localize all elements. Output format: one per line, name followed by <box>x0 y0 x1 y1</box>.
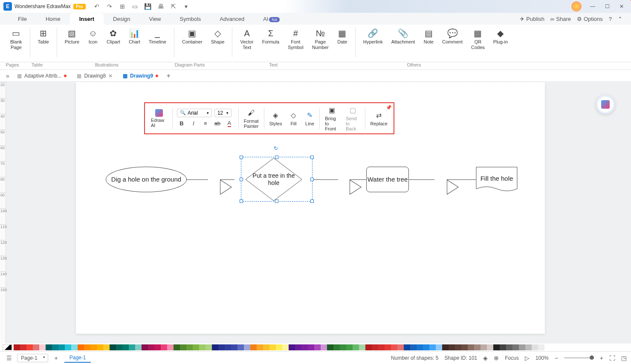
target-icon[interactable]: ⊕ <box>494 355 499 361</box>
ribbon-formula-button[interactable]: ΣFormula <box>259 27 283 51</box>
color-swatch[interactable] <box>436 344 442 350</box>
color-swatch[interactable] <box>525 344 532 350</box>
zoom-in-button[interactable]: + <box>600 355 603 361</box>
expand-panel-icon[interactable]: » <box>3 72 12 79</box>
color-swatch[interactable] <box>237 344 244 350</box>
ribbon-chart-button[interactable]: 📊Chart <box>125 27 144 46</box>
zoom-out-button[interactable]: − <box>555 355 558 361</box>
fit-page-icon[interactable]: ⛶ <box>609 355 615 361</box>
collapse-ribbon-icon[interactable]: ⌃ <box>618 16 622 22</box>
color-swatch[interactable] <box>250 344 257 350</box>
arrow-1[interactable] <box>220 179 232 195</box>
menu-view[interactable]: View <box>140 13 171 25</box>
connector-3[interactable] <box>409 179 434 180</box>
color-swatch[interactable] <box>78 344 84 350</box>
color-swatch[interactable] <box>340 344 346 350</box>
color-swatch[interactable] <box>301 344 308 350</box>
color-swatch[interactable] <box>20 344 26 350</box>
color-swatch[interactable] <box>365 344 372 350</box>
color-swatch[interactable] <box>321 344 327 350</box>
color-swatch[interactable] <box>397 344 404 350</box>
color-picker-button[interactable] <box>3 344 12 350</box>
shape-decision-diamond[interactable]: Put a tree in the hole <box>245 158 302 201</box>
font-color-button[interactable]: A <box>225 119 234 128</box>
page-select[interactable]: Page-1▾ <box>17 354 48 362</box>
arrow-2[interactable] <box>350 179 362 195</box>
ribbon-shape-button[interactable]: ◇Shape <box>208 27 228 46</box>
replace-button[interactable]: ⇄Replace <box>367 110 391 127</box>
color-swatch[interactable] <box>263 344 269 350</box>
color-swatch[interactable] <box>193 344 199 350</box>
color-swatch[interactable] <box>506 344 512 350</box>
color-swatch[interactable] <box>391 344 397 350</box>
menu-advanced[interactable]: Advanced <box>210 13 254 25</box>
strikethrough-button[interactable]: ab <box>213 119 222 128</box>
user-avatar[interactable] <box>570 0 582 12</box>
handle-ne[interactable] <box>310 156 314 159</box>
color-swatch[interactable] <box>429 344 436 350</box>
menu-insert[interactable]: Insert <box>70 13 104 25</box>
color-swatch[interactable] <box>84 344 90 350</box>
send-back-button[interactable]: ▢Send to Back <box>342 105 363 132</box>
share-button[interactable]: ∞Share <box>550 16 571 22</box>
color-swatch[interactable] <box>404 344 410 350</box>
handle-w[interactable] <box>240 178 243 181</box>
bold-button[interactable]: B <box>177 119 186 128</box>
color-swatch[interactable] <box>417 344 423 350</box>
ribbon-clipart-button[interactable]: ✿Clipart <box>103 27 124 46</box>
edraw-ai-button[interactable]: Edraw AI <box>148 108 171 129</box>
open-icon[interactable]: ▭ <box>132 3 139 10</box>
color-swatch[interactable] <box>154 344 161 350</box>
ribbon-pnum-button[interactable]: №PageNumber <box>309 27 332 51</box>
bring-front-button[interactable]: ▣Bring to Front <box>321 105 342 132</box>
color-swatch[interactable] <box>378 344 385 350</box>
ribbon-table-button[interactable]: ⊞Table <box>35 27 52 46</box>
ribbon-qr-button[interactable]: ▦QRCodes <box>468 27 488 51</box>
color-swatch[interactable] <box>186 344 193 350</box>
color-swatch[interactable] <box>97 344 103 350</box>
color-swatch[interactable] <box>327 344 333 350</box>
color-swatch[interactable] <box>353 344 359 350</box>
color-swatch[interactable] <box>225 344 231 350</box>
color-swatch[interactable] <box>110 344 116 350</box>
new-icon[interactable]: ⊞ <box>119 3 126 10</box>
color-swatch[interactable] <box>174 344 180 350</box>
zoom-thumb[interactable] <box>590 355 594 360</box>
add-tab-button[interactable]: + <box>163 72 174 80</box>
ribbon-date-button[interactable]: ▦Date <box>334 27 351 51</box>
connector-2b[interactable] <box>350 179 367 180</box>
color-swatch[interactable] <box>461 344 468 350</box>
color-swatch[interactable] <box>116 344 122 350</box>
color-swatch[interactable] <box>487 344 493 350</box>
rotate-handle[interactable]: ↻ <box>274 145 280 151</box>
pin-icon[interactable]: 📌 <box>386 105 392 110</box>
shape-document[interactable]: Fill the hole <box>476 167 518 191</box>
color-swatch[interactable] <box>314 344 321 350</box>
color-swatch[interactable] <box>65 344 71 350</box>
handle-se[interactable] <box>310 199 314 203</box>
styles-button[interactable]: ◈Styles <box>266 110 285 127</box>
color-swatch[interactable] <box>142 344 148 350</box>
color-swatch[interactable] <box>269 344 276 350</box>
add-page-button[interactable]: + <box>52 353 61 363</box>
color-swatch[interactable] <box>333 344 340 350</box>
color-swatch[interactable] <box>212 344 218 350</box>
ribbon-comment-button[interactable]: 💬Comment <box>439 27 466 51</box>
menu-file[interactable]: File <box>9 13 36 25</box>
ribbon-page-button[interactable]: ▭BlankPage <box>7 27 26 51</box>
color-swatch[interactable] <box>480 344 487 350</box>
canvas[interactable]: Dig a hole on the ground Put a tree in t… <box>6 82 631 344</box>
color-swatch[interactable] <box>14 344 20 350</box>
color-swatch[interactable] <box>218 344 225 350</box>
color-swatch[interactable] <box>423 344 429 350</box>
connector-1[interactable] <box>187 179 208 180</box>
color-swatch[interactable] <box>519 344 525 350</box>
ribbon-note-button[interactable]: ▤Note <box>420 27 437 51</box>
color-swatch[interactable] <box>474 344 480 350</box>
color-swatch[interactable] <box>442 344 449 350</box>
ribbon-vtext-button[interactable]: AVectorText <box>237 27 257 51</box>
color-swatch[interactable] <box>33 344 39 350</box>
ribbon-link-button[interactable]: 🔗Hyperlink <box>360 27 386 51</box>
arrow-3[interactable] <box>447 179 459 195</box>
ribbon-picture-button[interactable]: ▧Picture <box>61 27 83 46</box>
